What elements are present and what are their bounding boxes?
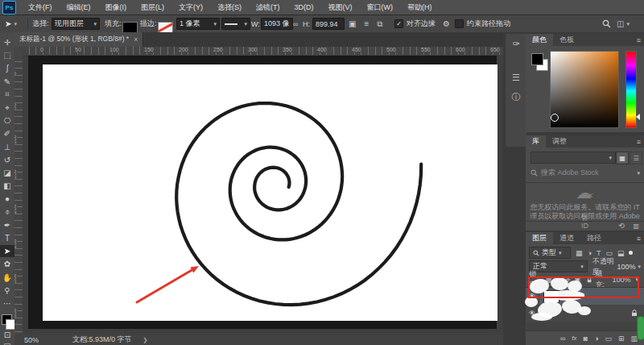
constrain-path-checkbox[interactable]: 约束路径拖动 [455,15,510,32]
menu-item-8[interactable]: 3D(D) [287,3,321,11]
hand-tool[interactable]: ✋ [0,272,14,284]
tool-preset-picker[interactable]: ➤ ▾ [5,15,17,32]
library-search-field[interactable]: 搜索 Adobe Stock ▾ [530,168,640,178]
gradient-tool[interactable]: ◧ [0,180,14,192]
select-label: 选择: [32,15,49,32]
filter-smart-objects-icon[interactable]: ⬓ [617,249,625,257]
info-panel-icon[interactable]: ⓘ [506,87,526,106]
zoom-level-field[interactable]: 50% [24,336,39,344]
document-canvas[interactable] [43,64,497,321]
crop-tool[interactable]: ⌗ [0,89,14,101]
tab-color[interactable]: 颜色 [526,34,553,46]
properties-panel-icon[interactable]: ☰ [506,68,526,87]
stroke-width-dropdown[interactable]: 1 像素▾ [176,15,220,32]
path-alignment-icon[interactable]: ≡ [364,19,369,28]
lasso-tool[interactable]: ʃ [0,62,14,74]
sync-icon[interactable]: ⟲ [618,222,625,230]
history-panel-icon[interactable]: ✑ [506,34,526,53]
shape-options-gear-icon[interactable]: ⚙ [439,15,454,32]
marquee-tool[interactable]: ⬚ [0,49,14,61]
path-selection-tool[interactable]: ➤ [0,245,14,257]
layer-style-icon[interactable]: fx [572,335,576,342]
link-layers-icon[interactable]: ∞ [560,335,565,343]
history-brush-tool[interactable]: ↺ [0,154,14,166]
more-tools[interactable]: ⋯ [0,297,14,310]
menu-item-3[interactable]: 图像(I) [98,2,134,13]
trash-icon[interactable]: ▥ [633,222,639,230]
pen-tool[interactable]: ✒ [0,219,14,231]
foreground-color-swatch[interactable] [531,53,543,65]
close-tab-icon[interactable]: × [134,35,138,44]
screen-mode-icon[interactable]: ⬓ [0,340,14,345]
zoom-tool[interactable]: ⚲ [0,285,14,297]
group-layers-icon[interactable]: ▭ [605,335,612,343]
status-options-chevron-icon[interactable]: ❯ [143,337,148,343]
new-layer-icon[interactable]: ⊞ [618,335,625,343]
move-tool[interactable]: ✛ [0,36,14,48]
menu-item-6[interactable]: 选择(S) [210,2,249,13]
opacity-value[interactable]: 100% [617,263,635,271]
tab-libraries[interactable]: 库 [526,135,546,148]
width-field[interactable]: 1093 像 [261,15,293,32]
menu-item-9[interactable]: 视图(V) [321,2,360,13]
path-arrangement-icon[interactable]: ⧉ [377,19,382,29]
color-saturation-field[interactable] [550,51,619,128]
healing-brush-tool[interactable]: ⎔ [0,114,14,127]
menu-item-2[interactable]: 编辑(E) [60,2,98,13]
adjustment-layer-icon[interactable]: ◑ [594,335,598,343]
grid-view-button[interactable]: ▦ [616,152,629,164]
color-picker-cursor[interactable] [551,114,559,122]
menu-item-7[interactable]: 滤镜(T) [249,2,287,13]
filter-toggle-pin[interactable] [629,251,633,255]
document-tab[interactable]: 未标题-1 @ 50% (形状 1, RGB/8#) * × [14,32,143,47]
divider [526,182,644,183]
width-label: W: [251,15,260,32]
menu-item-10[interactable]: 窗口(W) [360,2,401,13]
layer-mask-icon[interactable]: ◙ [584,335,588,343]
path-operations-icon[interactable]: ▣ [349,19,356,28]
brush-tool[interactable]: ✐ [0,127,14,139]
ruler-h-label-500: 500 [386,47,398,52]
clone-stamp-tool[interactable]: ⊥ [0,141,14,153]
menu-item-1[interactable]: 文件(F) [21,2,60,13]
tab-layers[interactable]: 图层 [526,232,553,244]
chevron-down-icon: ▾ [638,264,641,270]
library-type-dropdown[interactable]: ▾ [530,152,616,164]
canvas-pasteboard[interactable] [23,55,503,335]
custom-shape-tool[interactable]: ✿ [0,258,14,270]
status-bar: 50% 文档:5.93M/0 字节 ❯ [14,335,503,345]
dodge-tool[interactable]: ⌽ [0,206,14,218]
filter-adjustment-layers-icon[interactable]: ◑ [588,249,592,257]
search-icon[interactable] [602,15,611,32]
tab-channels[interactable]: 通道 [553,232,580,244]
blur-tool[interactable]: ● [0,193,14,205]
workspace-switcher[interactable]: ◫ ▾ [617,15,630,32]
quick-selection-tool[interactable]: ✎ [0,76,14,88]
layer-filter-dropdown[interactable]: 类型 ▾ [529,247,571,259]
panel-menu-icon[interactable]: ≡ [637,36,641,44]
link-dimensions-icon[interactable]: ∞ [293,15,298,32]
panel-menu-icon[interactable]: ≡ [637,235,641,243]
menu-items: 文件(F)编辑(E)图像(I)图层(L)文字(Y)选择(S)滤镜(T)3D(D)… [21,2,440,13]
select-mode-dropdown[interactable]: 现用图层▾ [52,15,100,32]
align-edges-checkbox[interactable]: ✓ 对齐边缘 [394,15,436,32]
menu-item-5[interactable]: 文字(Y) [171,2,210,13]
eyedropper-tool[interactable]: ⌖ [0,102,14,114]
filter-pixel-layers-icon[interactable]: ▦ [576,249,583,257]
menu-item-4[interactable]: 图层(L) [134,2,171,13]
panel-menu-icon[interactable]: ≡ [637,138,641,146]
tab-adjustments[interactable]: 调整 [546,135,573,148]
stroke-type-dropdown[interactable]: ▾ [221,15,250,32]
list-view-button[interactable]: ☰ [630,152,642,164]
height-field[interactable]: 899.94 [312,15,345,32]
menu-item-11[interactable]: 帮助(H) [400,2,440,13]
hue-slider-arrow[interactable] [636,114,640,120]
eraser-tool[interactable]: ◪ [0,167,14,179]
type-tool[interactable]: T [0,232,14,244]
hue-slider[interactable] [625,51,637,128]
quick-mask-icon[interactable]: ⊡ [0,329,14,341]
stroke-line-preview [225,23,237,25]
tab-swatches[interactable]: 色板 [553,34,580,46]
annotation-arrow-head [190,266,199,272]
tab-paths[interactable]: 路径 [580,232,608,244]
